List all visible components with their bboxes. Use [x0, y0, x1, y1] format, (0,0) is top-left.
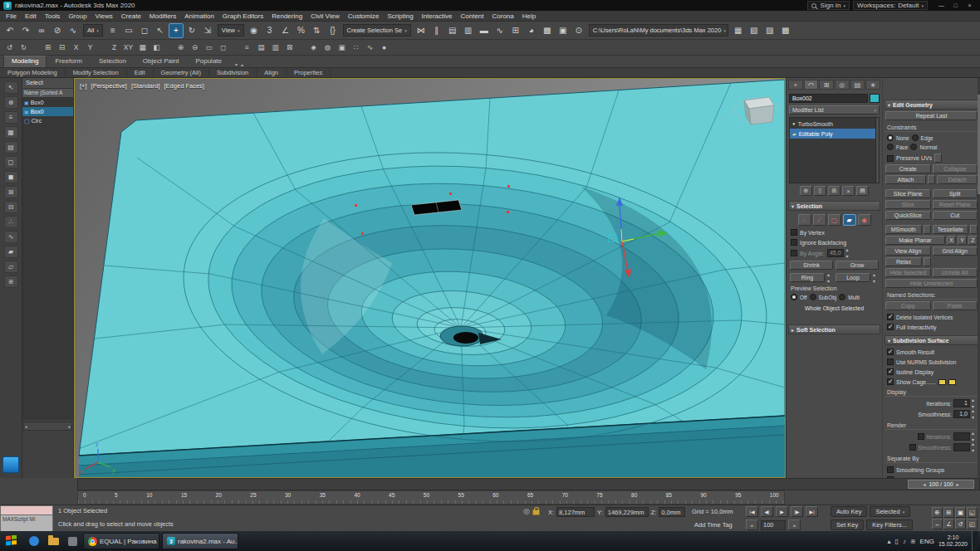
- msmooth-settings-button[interactable]: [924, 225, 931, 234]
- mirror-icon[interactable]: ⋈: [414, 23, 429, 38]
- toolbar-icon[interactable]: ⊕: [174, 41, 187, 54]
- toolbar-icon[interactable]: ≡: [241, 41, 253, 54]
- modifier-list-dropdown[interactable]: Modifier List▾: [789, 105, 880, 115]
- toolbar-icon[interactable]: ▨: [762, 23, 777, 38]
- slice-button[interactable]: Slice: [885, 200, 931, 209]
- ribbon-panel-button[interactable]: Modify Selection: [66, 68, 127, 77]
- select-and-rotate-icon[interactable]: ↻: [184, 23, 199, 38]
- toolbar-icon[interactable]: ▩: [778, 23, 793, 38]
- menu-item[interactable]: Create: [117, 11, 145, 21]
- isolate-selection-icon[interactable]: ◎: [523, 507, 530, 515]
- render-setup-icon[interactable]: ▩: [540, 23, 555, 38]
- ring-button[interactable]: Ring: [790, 273, 825, 282]
- selection-filter-dropdown[interactable]: All▾: [83, 24, 103, 37]
- toolbar-icon[interactable]: ▥: [269, 41, 282, 54]
- border-mode-icon[interactable]: ▢: [828, 214, 841, 226]
- toolbar-icon[interactable]: ▭: [203, 41, 215, 54]
- planar-y-button[interactable]: Y: [958, 236, 967, 245]
- make-unique-icon[interactable]: ⊞: [828, 186, 840, 196]
- toolbar-icon[interactable]: ∿: [364, 41, 376, 54]
- project-path-field[interactable]: C:\Users\RoLaN\My documents\3ds Max 2020…: [589, 24, 728, 37]
- ribbon-panel-button[interactable]: Edit: [127, 68, 154, 77]
- redo-icon[interactable]: ↷: [18, 23, 33, 38]
- toolbar-icon[interactable]: ⊞: [42, 41, 54, 54]
- explorer-tool-icon[interactable]: ↖: [4, 81, 18, 94]
- max-task-button[interactable]: 3 rakovina2.max - Au...: [162, 533, 238, 549]
- current-frame-field[interactable]: 100: [761, 520, 786, 530]
- rectangular-selection-region-icon[interactable]: ▭: [121, 23, 136, 38]
- loop-button[interactable]: Loop: [835, 273, 870, 282]
- select-by-name-icon[interactable]: ≡: [105, 23, 120, 38]
- toolbar-icon[interactable]: ↻: [17, 41, 30, 54]
- use-nurms-checkbox[interactable]: [887, 358, 894, 365]
- minimize-button[interactable]: —: [934, 1, 948, 10]
- viewport-label[interactable]: [+][Perspective][Standard][Edged Faces]: [80, 82, 204, 90]
- spinner[interactable]: [827, 274, 833, 282]
- hide-unselected-button[interactable]: Hide Unselected: [885, 279, 978, 288]
- use-pivot-point-icon[interactable]: ◉: [247, 23, 262, 38]
- create-button[interactable]: Create: [885, 164, 931, 173]
- window-crossing-icon[interactable]: ◻: [137, 23, 152, 38]
- constraint-normal-radio[interactable]: [910, 144, 917, 150]
- name-column-header[interactable]: Name (Sorted A: [22, 89, 73, 98]
- sink-model[interactable]: [79, 80, 785, 477]
- select-object-icon[interactable]: ↖: [153, 23, 168, 38]
- preview-subobj-radio[interactable]: [810, 294, 816, 300]
- viewport-label-item[interactable]: [Standard]: [131, 82, 160, 90]
- by-vertex-checkbox[interactable]: [791, 229, 797, 236]
- orbit-icon[interactable]: ↺: [955, 519, 966, 529]
- spinner[interactable]: [972, 399, 978, 407]
- sign-in-button[interactable]: Sign In▾: [807, 1, 850, 10]
- scene-explorer-title[interactable]: Select: [22, 78, 73, 89]
- viewport-label-item[interactable]: [Edged Faces]: [164, 82, 204, 90]
- ribbon-config-icon[interactable]: ▾: [235, 61, 238, 67]
- shrink-button[interactable]: Shrink: [790, 261, 833, 270]
- view-align-button[interactable]: View Align: [885, 246, 931, 256]
- axis-y-icon[interactable]: Y: [84, 41, 96, 54]
- smooth-result-checkbox[interactable]: [887, 349, 894, 355]
- constraint-edge-radio[interactable]: [912, 134, 919, 141]
- msmooth-button[interactable]: MSmooth: [885, 225, 922, 234]
- cut-button[interactable]: Cut: [933, 211, 978, 220]
- unhide-all-button[interactable]: Unhide All: [933, 268, 978, 277]
- field-of-view-icon[interactable]: ∠: [943, 519, 954, 529]
- grow-button[interactable]: Grow: [835, 261, 879, 270]
- named-selection-sets-icon[interactable]: {}: [326, 23, 341, 38]
- utilities-tab[interactable]: ∗: [865, 80, 880, 90]
- soft-selection-rollout-header[interactable]: ▸Soft Selection: [788, 324, 880, 334]
- previous-frame-icon[interactable]: ◀|: [761, 506, 773, 517]
- configure-modifier-sets-icon[interactable]: ▤: [856, 186, 869, 196]
- pin-stack-icon[interactable]: ⊕: [800, 186, 812, 196]
- viewport-label-item[interactable]: [Perspective]: [91, 82, 127, 90]
- toolbar-icon[interactable]: ▧: [747, 23, 762, 38]
- rendered-frame-window-icon[interactable]: ▣: [556, 23, 571, 38]
- add-time-tag[interactable]: Add Time Tag: [694, 521, 733, 529]
- ribbon-panel-button[interactable]: Properties: [287, 68, 331, 77]
- display-tab[interactable]: ▤: [850, 80, 865, 90]
- reset-plane-button[interactable]: Reset Plane: [933, 200, 978, 209]
- clock[interactable]: 2:10 15.02.2020: [938, 534, 968, 548]
- scene-object-list[interactable]: ▣ Box0 ▣ Box0 ◯ Circ: [22, 98, 73, 420]
- menu-item[interactable]: Content: [457, 11, 488, 21]
- axis-plane-icon[interactable]: XY: [122, 41, 135, 54]
- remove-modifier-icon[interactable]: ×: [842, 186, 855, 196]
- zoom-region-icon[interactable]: ◱: [967, 507, 978, 518]
- explorer-tool-icon[interactable]: ▱: [4, 261, 18, 273]
- preview-multi-radio[interactable]: [839, 294, 845, 300]
- next-frame-spinner-icon[interactable]: »: [788, 519, 801, 530]
- menu-item[interactable]: Rendering: [267, 11, 306, 21]
- unlink-selection-icon[interactable]: ⊘: [50, 23, 65, 38]
- go-to-start-icon[interactable]: |◀: [746, 506, 758, 517]
- hide-selected-button[interactable]: Hide Selected: [885, 268, 931, 277]
- axis-x-icon[interactable]: X: [70, 41, 82, 54]
- ribbon-panel-button[interactable]: Polygon Modeling: [0, 68, 66, 77]
- vertex-mode-icon[interactable]: ∴: [798, 214, 811, 226]
- explorer-tool-icon[interactable]: ▰: [4, 246, 18, 258]
- spinner[interactable]: [972, 443, 978, 451]
- preview-off-radio[interactable]: [791, 294, 797, 300]
- modifier-stack[interactable]: ● TurboSmooth ▰ Editable Poly: [789, 117, 880, 183]
- toolbar-icon[interactable]: ●: [378, 41, 390, 54]
- paste-button[interactable]: Paste: [933, 301, 978, 310]
- render-production-icon[interactable]: ⊙: [571, 23, 586, 38]
- z-coordinate-field[interactable]: 0,0mm: [659, 507, 685, 517]
